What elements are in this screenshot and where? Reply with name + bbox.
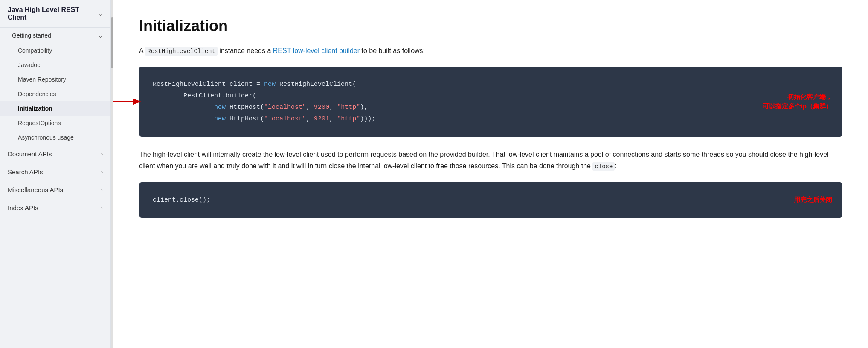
body-paragraph: The high-level client will internally cr… — [139, 149, 842, 172]
inline-code-close: close — [592, 162, 615, 171]
getting-started-header[interactable]: Getting started ⌄ — [0, 28, 110, 43]
main-content: Initialization A RestHighLevelClient ins… — [113, 0, 868, 348]
sidebar-item-async[interactable]: Asynchronous usage — [0, 130, 110, 145]
rest-low-level-link[interactable]: REST low-level client builder — [273, 47, 360, 54]
sidebar-item-index-apis[interactable]: Index APIs › — [0, 199, 110, 216]
getting-started-section: Getting started ⌄ Compatibility Javadoc … — [0, 28, 110, 145]
code-block-init: RestHighLevelClient client = new RestHig… — [139, 67, 842, 137]
chevron-right-icon: › — [101, 169, 103, 175]
sidebar-item-misc-apis[interactable]: Miscellaneous APIs › — [0, 181, 110, 199]
inline-code-client: RestHighLevelClient — [145, 47, 218, 56]
code-annotation-2: 用完之后关闭 — [794, 196, 832, 204]
chevron-right-icon: › — [101, 187, 103, 193]
sidebar-item-javadoc[interactable]: Javadoc — [0, 58, 110, 72]
sidebar-item-dependencies[interactable]: Dependencies — [0, 87, 110, 101]
sidebar-item-document-apis[interactable]: Document APIs › — [0, 145, 110, 163]
sidebar-item-maven[interactable]: Maven Repository — [0, 72, 110, 87]
chevron-right-icon: › — [101, 151, 103, 157]
sidebar-top-label: Java High Level REST Client — [8, 6, 98, 21]
intro-paragraph: A RestHighLevelClient instance needs a R… — [139, 45, 842, 56]
sidebar: Java High Level REST Client ⌄ Getting st… — [0, 0, 111, 348]
sidebar-item-compatibility[interactable]: Compatibility — [0, 43, 110, 58]
sidebar-item-search-apis[interactable]: Search APIs › — [0, 163, 110, 181]
code-content: RestHighLevelClient client = new RestHig… — [153, 79, 829, 125]
page-title: Initialization — [139, 17, 842, 35]
sidebar-top-item[interactable]: Java High Level REST Client ⌄ — [0, 0, 110, 28]
code-close-content: client.close(); — [153, 194, 829, 206]
getting-started-label: Getting started — [12, 32, 51, 39]
sidebar-item-initialization[interactable]: Initialization — [0, 101, 110, 116]
code-block-close: client.close(); 用完之后关闭 — [139, 182, 842, 218]
chevron-down-icon: ⌄ — [98, 32, 103, 39]
sidebar-item-requestoptions[interactable]: RequestOptions — [0, 116, 110, 130]
chevron-down-icon: ⌄ — [98, 11, 103, 17]
chevron-right-icon: › — [101, 205, 103, 211]
